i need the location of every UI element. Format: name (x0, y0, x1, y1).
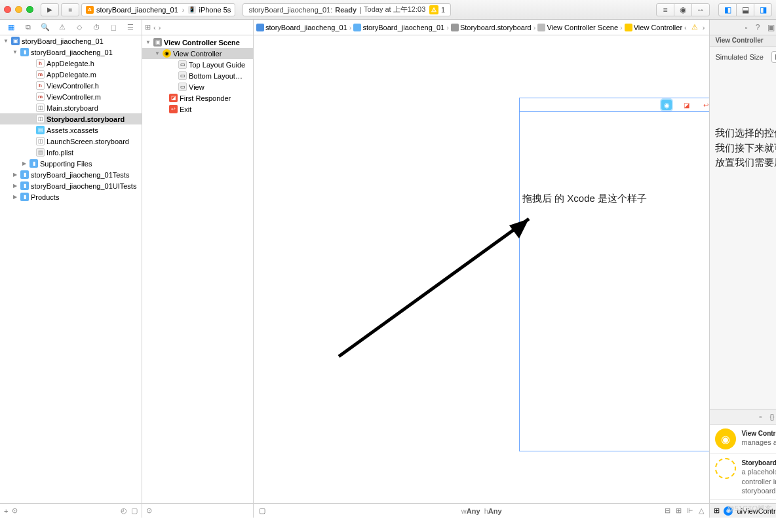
toggle-navigator-button[interactable]: ◧ (718, 3, 737, 16)
scene-row[interactable]: ▣View Controller Scene (142, 37, 253, 48)
filter-icon[interactable]: ⊙ (146, 506, 152, 515)
file-row[interactable]: hAppDelegate.h (0, 58, 142, 69)
object-library-list: ◉ View Controller - A controller that ma… (710, 425, 776, 503)
add-button[interactable]: + (4, 507, 8, 515)
filter-button[interactable]: ⊙ (12, 506, 18, 515)
jump-bar: storyBoard_jiaocheng_01› storyBoard_jiao… (254, 20, 709, 35)
size-class-control[interactable]: wAny hAny (461, 507, 502, 515)
file-row-selected[interactable]: ◫Storyboard.storyboard (0, 113, 142, 124)
standard-editor-button[interactable]: ≡ (656, 3, 674, 16)
guide-icon: ▭ (178, 60, 187, 69)
group-row[interactable]: ▮ storyBoard_jiaocheng_01 (0, 47, 142, 58)
storyboard-icon: ◫ (36, 104, 45, 112)
recent-filter-icon[interactable]: ◴ (121, 506, 127, 515)
forward-icon[interactable]: › (701, 24, 707, 31)
viewcontroller-label: View Controller (173, 50, 222, 58)
library-tabs: ▫ {} ◉ ▢ (710, 409, 776, 425)
project-navigator-tab[interactable]: ▦ (6, 23, 16, 31)
file-template-tab[interactable]: ▫ (759, 413, 762, 421)
group-name: Products (31, 193, 59, 201)
file-row[interactable]: ▤Assets.xcassets (0, 124, 142, 136)
simulated-size-label: Simulated Size (715, 53, 767, 61)
view-row[interactable]: ▭View (142, 81, 253, 92)
resolve-icon[interactable]: △ (699, 506, 704, 515)
version-editor-button[interactable]: ↔ (691, 3, 710, 16)
project-root[interactable]: ▣ storyBoard_jiaocheng_01 (0, 35, 142, 47)
minimize-window-button[interactable] (15, 6, 22, 13)
related-items-icon[interactable]: ⊞ (145, 23, 151, 31)
close-window-button[interactable] (4, 6, 11, 13)
layout-guide-row[interactable]: ▭Bottom Layout… (142, 70, 253, 81)
guide-icon: ▭ (178, 71, 187, 80)
first-responder-row[interactable]: ◪First Responder (142, 92, 253, 104)
outline-toggle-button[interactable]: ▢ (259, 506, 265, 515)
symbol-navigator-tab[interactable]: ⧉ (23, 23, 33, 31)
forward-button[interactable]: › (159, 24, 161, 31)
back-button[interactable]: ‹ (153, 24, 156, 31)
jump-bar-path[interactable]: storyBoard_jiaocheng_01› storyBoard_jiao… (256, 24, 682, 31)
debug-navigator-tab[interactable]: ⏱ (91, 24, 102, 31)
file-row[interactable]: mViewController.m (0, 91, 142, 102)
main-toolbar: A storyBoard_jiaocheng_01 📱 iPhone 5s st… (0, 0, 776, 20)
exit-row[interactable]: ↩Exit (142, 104, 253, 115)
storyboard-canvas[interactable]: ◉ ◪ ↩ 拖拽后 的 Xcode 是这个样子 (254, 35, 709, 503)
find-navigator-tab[interactable]: 🔍 (40, 23, 50, 31)
identity-inspector-tab[interactable]: ▣ (767, 23, 775, 32)
report-navigator-tab[interactable]: ☰ (125, 23, 136, 31)
group-row[interactable]: ▮Supporting Files (0, 158, 142, 169)
assistant-editor-button[interactable]: ◉ (674, 3, 692, 16)
scm-filter-icon[interactable]: ▢ (131, 506, 138, 515)
file-inspector-tab[interactable]: ▫ (745, 23, 747, 32)
window-controls (4, 6, 33, 13)
group-row[interactable]: ▮storyBoard_jiaocheng_01Tests (0, 169, 142, 180)
file-row[interactable]: ◫Main.storyboard (0, 102, 142, 113)
viewcontroller-row[interactable]: ◉View Controller (142, 48, 253, 59)
toggle-debug-button[interactable]: ⬓ (736, 3, 754, 16)
library-item[interactable]: ◉ View Controller - A controller that ma… (710, 425, 776, 454)
folder-icon (353, 24, 361, 31)
code-snippet-tab[interactable]: {} (769, 413, 774, 421)
group-row[interactable]: ▮Products (0, 191, 142, 202)
stack-icon[interactable]: ⊟ (665, 506, 670, 515)
scene-icon: ▣ (153, 38, 162, 47)
breakpoint-navigator-tab[interactable]: ⎕ (108, 24, 119, 31)
file-name: Main.storyboard (47, 104, 98, 112)
viewcontroller-icon: ◉ (163, 49, 171, 58)
jump-bar-controls: ‹ ⚠ › (682, 23, 707, 31)
scene-label: View Controller Scene (164, 39, 240, 47)
warning-icon[interactable]: ⚠ (691, 23, 698, 31)
file-row[interactable]: hViewController.h (0, 80, 142, 91)
file-row[interactable]: ◫LaunchScreen.storyboard (0, 136, 142, 147)
zoom-window-button[interactable] (26, 6, 33, 13)
group-row[interactable]: ▮storyBoard_jiaocheng_01UITests (0, 180, 142, 191)
status-state: Ready (335, 6, 357, 14)
file-name: Info.plist (47, 149, 73, 157)
exit-dock-icon[interactable]: ↩ (701, 100, 709, 110)
library-item[interactable]: Storyboard Reference - Provides a placeh… (710, 454, 776, 500)
file-row[interactable]: ▤Info.plist (0, 147, 142, 158)
inspector-sidebar: ▫ ? ▣ ⊟ ▮ → View Controller Simulated Si… (709, 20, 776, 518)
grid-view-icon[interactable]: ⊞ (714, 506, 720, 515)
scheme-selector[interactable]: A storyBoard_jiaocheng_01 📱 iPhone 5s (81, 3, 235, 16)
stop-button[interactable] (61, 3, 79, 16)
simulated-size-select[interactable]: Fixed (771, 51, 776, 63)
quick-help-tab[interactable]: ? (756, 23, 760, 32)
viewcontroller-dock-icon[interactable]: ◉ (661, 100, 672, 110)
storyboard-icon: ◫ (36, 137, 45, 145)
back-icon[interactable]: ‹ (682, 24, 689, 31)
align-icon[interactable]: ⊞ (676, 506, 682, 515)
test-navigator-tab[interactable]: ◇ (74, 23, 85, 31)
folder-icon: ▮ (20, 181, 29, 190)
guide-label: Top Layout Guide (189, 61, 245, 69)
file-name: ViewController.m (47, 93, 101, 101)
warning-badge[interactable]: ⚠ (429, 5, 438, 14)
pin-icon[interactable]: ⊩ (687, 506, 693, 515)
crumb-label: View Controller (634, 24, 682, 31)
run-button[interactable] (41, 3, 59, 16)
issue-navigator-tab[interactable]: ⚠ (57, 23, 68, 31)
file-row[interactable]: mAppDelegate.m (0, 69, 142, 80)
first-responder-dock-icon[interactable]: ◪ (681, 100, 691, 110)
toggle-utilities-button[interactable]: ◨ (754, 3, 772, 16)
layout-guide-row[interactable]: ▭Top Layout Guide (142, 59, 253, 70)
navigator-sidebar: ▦ ⧉ 🔍 ⚠ ◇ ⏱ ⎕ ☰ ▣ storyBoard_jiaocheng_0… (0, 20, 142, 518)
